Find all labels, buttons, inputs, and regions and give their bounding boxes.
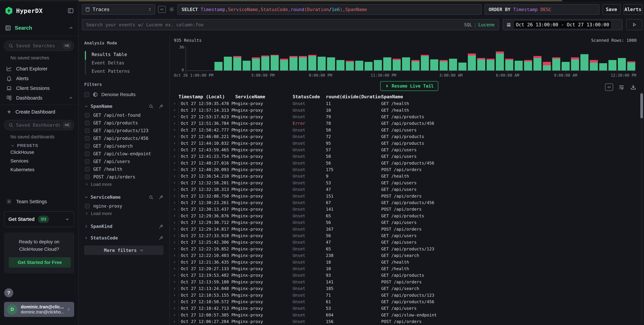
date-range-picker[interactable]: Oct 26 13:00:00 - Oct 27 13:00:00 [503, 19, 622, 30]
more-filters-button[interactable]: More filters [84, 246, 164, 255]
filter-value-row[interactable]: GET /api/slow-endpoint [84, 150, 164, 157]
row-expand-chevron[interactable] [173, 175, 178, 178]
filter-checkbox[interactable] [85, 204, 90, 208]
filter-value-row[interactable]: nginx-proxy [84, 202, 164, 210]
row-expand-chevron[interactable] [173, 280, 178, 284]
download-icon[interactable] [630, 84, 636, 91]
run-query-button[interactable] [626, 19, 642, 30]
filter-value-row[interactable]: GET /api/not-found [84, 111, 164, 119]
load-more-button[interactable]: Load more [84, 210, 164, 217]
histogram-bar[interactable] [290, 56, 298, 70]
analysis-option-results-table[interactable]: Results Table [86, 50, 164, 58]
histogram-bar[interactable] [393, 59, 401, 70]
pin-icon[interactable] [159, 236, 164, 240]
table-row[interactable]: Oct 27 12:20:27.133 PM nginx-proxy Unset… [170, 266, 644, 272]
table-row[interactable]: Oct 27 12:46:08.221 PM nginx-proxy Unset… [170, 133, 644, 140]
sidebar-collapse-icon[interactable] [68, 7, 74, 14]
resume-live-tail-button[interactable]: Resume Live Tail [380, 81, 438, 91]
histogram-bar[interactable] [524, 60, 532, 70]
histogram-bar[interactable] [552, 57, 560, 70]
histogram-bar[interactable] [280, 59, 288, 70]
chevron-up-icon[interactable] [68, 96, 73, 100]
lang-toggle-sql[interactable]: SQL [464, 22, 472, 27]
histogram-bar[interactable] [468, 53, 476, 70]
view-source-icon[interactable] [605, 83, 613, 91]
row-expand-chevron[interactable] [173, 261, 178, 264]
row-expand-chevron[interactable] [173, 221, 178, 224]
pin-icon[interactable] [159, 104, 164, 109]
histogram-bar[interactable] [383, 57, 391, 70]
get-started-toggle[interactable]: Get Started 3/3 [4, 211, 74, 227]
filter-checkbox[interactable] [85, 151, 90, 156]
histogram-bar[interactable] [327, 57, 335, 70]
histogram-bar[interactable] [402, 57, 410, 70]
event-search-input[interactable]: Search your events w/ Lucene ex. column:… [82, 19, 499, 30]
histogram-bar[interactable] [627, 61, 635, 70]
histogram-bar[interactable] [421, 55, 429, 70]
histogram-bar[interactable] [233, 56, 241, 70]
histogram-bar[interactable] [336, 60, 344, 70]
nav-search[interactable]: Search [0, 20, 78, 36]
filter-value-row[interactable]: GET /api/users [84, 158, 164, 165]
select-query-input[interactable]: SELECT Timestamp,ServiceName,StatusCode,… [178, 4, 482, 14]
preset-kubernetes[interactable]: Kubernetes [4, 165, 74, 174]
row-expand-chevron[interactable] [173, 227, 178, 231]
filter-value-row[interactable]: GET /api/products [84, 119, 164, 126]
sidebar-item-alerts[interactable]: Alerts [4, 74, 74, 83]
row-expand-chevron[interactable] [173, 194, 178, 198]
row-expand-chevron[interactable] [173, 267, 178, 270]
table-row[interactable]: Oct 27 12:13:59.180 PM nginx-proxy Unset… [170, 279, 644, 285]
row-expand-chevron[interactable] [173, 161, 178, 165]
histogram-bar[interactable] [496, 51, 504, 70]
gear-icon[interactable] [169, 6, 174, 12]
order-by-input[interactable]: ORDER BY Timestamp DESC [484, 4, 599, 14]
histogram-bar[interactable] [224, 57, 232, 70]
histogram-bar[interactable] [374, 60, 382, 70]
analysis-option-event-patterns[interactable]: Event Patterns [86, 67, 164, 75]
col-timestamp[interactable]: Timestamp (Local) [178, 94, 235, 99]
row-expand-chevron[interactable] [173, 300, 178, 303]
histogram-bar[interactable] [486, 59, 495, 70]
load-more-button[interactable]: Load more [84, 180, 164, 188]
sidebar-item-chart-explorer[interactable]: Chart Explorer [4, 64, 74, 74]
table-row[interactable]: Oct 27 12:29:30.712 PM nginx-proxy Unset… [170, 219, 644, 226]
source-select[interactable]: Traces [82, 4, 155, 14]
histogram-bar[interactable] [590, 60, 598, 70]
histogram-bar[interactable] [252, 57, 260, 70]
sidebar-item-client-sessions[interactable]: Client Sessions [4, 83, 74, 93]
filter-checkbox[interactable] [85, 159, 90, 164]
histogram-bar[interactable] [299, 56, 307, 70]
histogram-bar[interactable] [355, 61, 363, 70]
presets-toggle[interactable]: PRESETS [10, 143, 74, 148]
table-row[interactable]: Oct 27 12:21:36.435 PM nginx-proxy Unset… [170, 259, 644, 265]
sidebar-item-dashboards[interactable]: Dashboards [4, 93, 74, 103]
table-row[interactable]: Oct 27 12:22:19.852 PM nginx-proxy Unset… [170, 246, 644, 252]
scrollbar-track[interactable] [640, 92, 643, 324]
row-expand-chevron[interactable] [173, 142, 178, 145]
get-started-free-button[interactable]: Get Started for Free [9, 257, 71, 268]
row-expand-chevron[interactable] [173, 313, 178, 317]
filter-checkbox[interactable] [85, 121, 90, 125]
row-expand-chevron[interactable] [173, 254, 178, 257]
filter-value-row[interactable]: GET /api/products/123 [84, 127, 164, 134]
table-row[interactable]: Oct 27 12:10:42.713 PM nginx-proxy Unset… [170, 305, 644, 312]
histogram-bar[interactable] [580, 54, 588, 70]
table-row[interactable]: Oct 27 12:10:53.155 PM nginx-proxy Unset… [170, 292, 644, 298]
row-expand-chevron[interactable] [173, 234, 178, 238]
filter-group-header[interactable]: StatusCode [84, 235, 164, 241]
table-row[interactable]: Oct 27 12:50:42.777 PM nginx-proxy Unset… [170, 127, 644, 133]
histogram-bar[interactable] [440, 60, 448, 70]
histogram-bar[interactable] [534, 56, 542, 70]
row-expand-chevron[interactable] [173, 115, 178, 118]
histogram-bar[interactable] [449, 59, 457, 70]
code-view-icon[interactable] [158, 6, 166, 13]
table-row[interactable]: Oct 27 12:59:35.478 PM nginx-proxy Unset… [170, 100, 644, 107]
row-expand-chevron[interactable] [173, 208, 178, 211]
histogram-bar[interactable] [562, 62, 570, 70]
row-expand-chevron[interactable] [173, 122, 178, 125]
save-button[interactable]: Save [602, 4, 620, 14]
row-expand-chevron[interactable] [173, 320, 178, 323]
row-expand-chevron[interactable] [173, 247, 178, 251]
app-logo[interactable]: HyperDX [4, 6, 43, 15]
table-row[interactable]: Oct 27 12:06:27.284 PM nginx-proxy Unset… [170, 318, 644, 325]
